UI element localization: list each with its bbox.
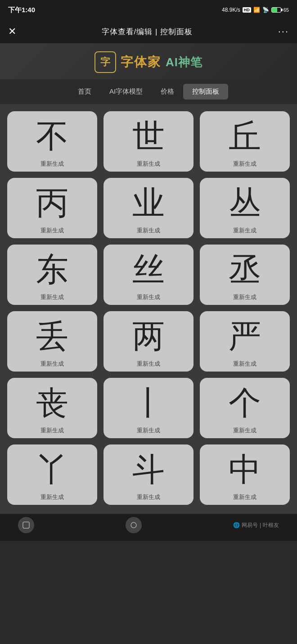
network-speed: 48.9K/s xyxy=(222,7,240,13)
char-label-1[interactable]: 重新生成 xyxy=(137,160,160,168)
char-display-15: 丫 xyxy=(11,450,94,490)
char-display-8: 丞 xyxy=(203,250,286,290)
hd-badge: HD xyxy=(243,7,251,13)
watermark-separator: | xyxy=(260,522,261,528)
char-label-5[interactable]: 重新生成 xyxy=(233,227,256,235)
char-card-11[interactable]: 严重新生成 xyxy=(200,311,290,372)
char-card-10[interactable]: 两重新生成 xyxy=(104,311,194,372)
brand-name-ai: AI神笔 xyxy=(166,54,202,70)
char-card-14[interactable]: 个重新生成 xyxy=(200,378,290,438)
brand-name-main: 字体家 xyxy=(121,54,161,71)
char-card-7[interactable]: 丝重新生成 xyxy=(104,245,194,305)
char-label-14[interactable]: 重新生成 xyxy=(233,426,256,435)
tab-control-panel[interactable]: 控制面板 xyxy=(183,84,228,100)
char-label-3[interactable]: 重新生成 xyxy=(40,227,64,235)
svg-rect-0 xyxy=(23,522,29,528)
wifi-icon: 📡 xyxy=(262,7,269,13)
char-label-10[interactable]: 重新生成 xyxy=(137,360,160,368)
char-label-4[interactable]: 重新生成 xyxy=(137,227,160,235)
char-label-2[interactable]: 重新生成 xyxy=(233,160,256,168)
char-card-5[interactable]: 丛重新生成 xyxy=(200,178,290,238)
char-card-16[interactable]: 斗重新生成 xyxy=(104,444,194,505)
char-display-9: 丢 xyxy=(11,317,94,357)
char-card-1[interactable]: 世重新生成 xyxy=(104,111,194,172)
status-time: 下午1:40 xyxy=(8,6,35,14)
tab-ai-model[interactable]: AI字体模型 xyxy=(100,84,152,100)
char-label-6[interactable]: 重新生成 xyxy=(40,293,64,301)
watermark-platform: 网易号 xyxy=(242,522,258,529)
char-display-1: 世 xyxy=(107,117,190,157)
char-display-10: 两 xyxy=(107,317,190,357)
char-card-15[interactable]: 丫重新生成 xyxy=(7,444,97,505)
char-display-5: 丛 xyxy=(203,183,286,224)
char-card-9[interactable]: 丢重新生成 xyxy=(7,311,97,372)
char-label-17[interactable]: 重新生成 xyxy=(233,493,256,501)
char-card-3[interactable]: 丙重新生成 xyxy=(7,178,97,238)
char-label-8[interactable]: 重新生成 xyxy=(233,293,256,301)
char-card-4[interactable]: 业重新生成 xyxy=(104,178,194,238)
char-label-0[interactable]: 重新生成 xyxy=(40,160,64,168)
char-display-11: 严 xyxy=(203,317,286,357)
tab-home[interactable]: 首页 xyxy=(69,84,100,100)
char-card-12[interactable]: 丧重新生成 xyxy=(7,378,97,438)
bottom-bar: 🌐 网易号 | 叶根友 xyxy=(0,514,297,541)
battery-percent: 65 xyxy=(284,7,289,13)
tab-price[interactable]: 价格 xyxy=(152,84,183,100)
char-display-3: 丙 xyxy=(11,183,94,224)
char-display-4: 业 xyxy=(107,183,190,224)
char-display-6: 东 xyxy=(11,250,94,290)
status-bar: 下午1:40 48.9K/s HD 📶 📡 65 xyxy=(0,0,297,20)
char-display-2: 丘 xyxy=(203,117,286,157)
char-display-17: 中 xyxy=(203,450,286,490)
watermark: 🌐 网易号 | 叶根友 xyxy=(233,522,279,529)
bottom-back-button[interactable] xyxy=(18,517,34,533)
char-display-16: 斗 xyxy=(107,450,190,490)
char-card-2[interactable]: 丘重新生成 xyxy=(200,111,290,172)
char-label-16[interactable]: 重新生成 xyxy=(137,493,160,501)
char-label-11[interactable]: 重新生成 xyxy=(233,360,256,368)
char-label-13[interactable]: 重新生成 xyxy=(137,426,160,435)
close-button[interactable]: ✕ xyxy=(8,27,16,36)
char-display-7: 丝 xyxy=(107,250,190,290)
char-display-14: 个 xyxy=(203,383,286,424)
signal-icon: 📶 xyxy=(253,7,260,13)
watermark-user: 叶根友 xyxy=(263,522,279,529)
char-label-12[interactable]: 重新生成 xyxy=(40,426,64,435)
svg-point-1 xyxy=(131,522,136,528)
char-card-13[interactable]: 丨重新生成 xyxy=(104,378,194,438)
char-label-7[interactable]: 重新生成 xyxy=(137,293,160,301)
char-label-15[interactable]: 重新生成 xyxy=(40,493,64,501)
top-bar: ✕ 字体查看/编辑 | 控制面板 ··· xyxy=(0,20,297,43)
brand-banner: 字 字体家 AI神笔 xyxy=(0,43,297,79)
char-card-6[interactable]: 东重新生成 xyxy=(7,245,97,305)
char-card-0[interactable]: 不重新生成 xyxy=(7,111,97,172)
watermark-icon: 🌐 xyxy=(233,522,240,528)
char-card-17[interactable]: 中重新生成 xyxy=(200,444,290,505)
char-display-12: 丧 xyxy=(11,383,94,424)
char-label-9[interactable]: 重新生成 xyxy=(40,360,64,368)
character-grid: 不重新生成世重新生成丘重新生成丙重新生成业重新生成丛重新生成东重新生成丝重新生成… xyxy=(0,104,297,514)
char-card-8[interactable]: 丞重新生成 xyxy=(200,245,290,305)
status-right: 48.9K/s HD 📶 📡 65 xyxy=(222,7,289,13)
more-button[interactable]: ··· xyxy=(278,26,289,37)
page-title: 字体查看/编辑 | 控制面板 xyxy=(102,27,193,37)
char-display-13: 丨 xyxy=(107,383,190,424)
nav-tabs: 首页 AI字体模型 价格 控制面板 xyxy=(0,79,297,104)
bottom-home-button[interactable] xyxy=(126,517,142,533)
char-display-0: 不 xyxy=(11,117,94,157)
brand-logo: 字 xyxy=(94,51,116,73)
battery-icon xyxy=(271,7,281,13)
